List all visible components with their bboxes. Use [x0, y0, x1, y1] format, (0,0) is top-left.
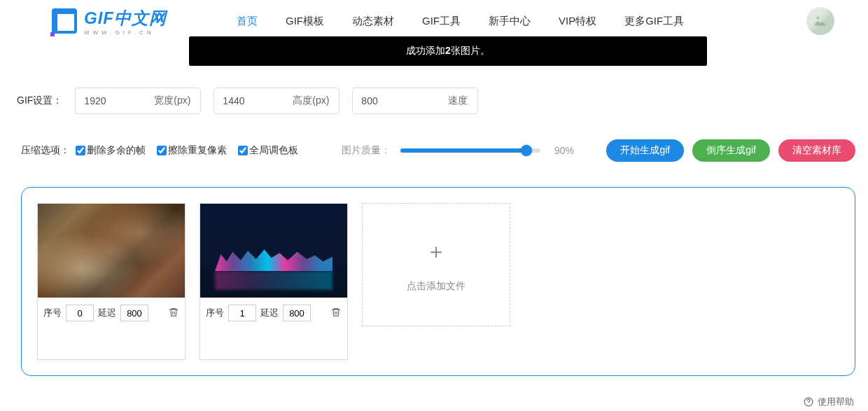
reverse-generate-button[interactable]: 倒序生成gif: [692, 139, 770, 162]
svg-rect-1: [57, 14, 74, 31]
seq-input-1[interactable]: [228, 305, 256, 321]
help-text: 使用帮助: [818, 396, 854, 408]
thumbnail-1: [200, 204, 347, 298]
logo-main-text: GIF中文网: [84, 7, 167, 29]
toast-count: 2: [445, 45, 451, 56]
logo-icon: [49, 6, 80, 36]
toast-prefix: 成功添加: [406, 45, 445, 56]
height-input[interactable]: [223, 95, 272, 106]
nav-home[interactable]: 首页: [237, 15, 258, 28]
svg-rect-3: [50, 32, 55, 36]
nav-vip[interactable]: VIP特权: [559, 15, 596, 28]
nav-materials[interactable]: 动态素材: [352, 15, 394, 28]
logo[interactable]: GIF中文网 WWW.GIF.CN: [49, 6, 167, 36]
nav-tools[interactable]: GIF工具: [422, 15, 461, 28]
seq-input-0[interactable]: [66, 305, 94, 321]
add-file-label: 点击添加文件: [407, 280, 465, 293]
help-link[interactable]: 使用帮助: [804, 396, 854, 408]
seq-label-0: 序号: [43, 307, 62, 319]
delete-icon-1[interactable]: [330, 307, 342, 320]
check-global-palette-box[interactable]: [238, 146, 248, 155]
action-buttons: 开始生成gif 倒序生成gif 清空素材库: [606, 139, 855, 162]
quality-slider[interactable]: [400, 148, 540, 153]
logo-text: GIF中文网 WWW.GIF.CN: [84, 7, 167, 36]
height-input-group: 高度(px): [214, 88, 340, 114]
main-nav: 首页 GIF模板 动态素材 GIF工具 新手中心 VIP特权 更多GIF工具: [237, 15, 684, 28]
slider-thumb[interactable]: [521, 145, 532, 156]
card-controls-1: 序号 延迟: [200, 298, 347, 328]
check-remove-frames[interactable]: 删除多余的帧: [76, 144, 146, 157]
start-generate-button[interactable]: 开始生成gif: [606, 139, 684, 162]
card-controls-0: 序号 延迟: [38, 298, 185, 328]
settings-label: GIF设置：: [17, 95, 62, 107]
quality-value: 90%: [554, 145, 574, 156]
check-global-palette[interactable]: 全局调色板: [238, 144, 298, 157]
options-row: 压缩选项： 删除多余的帧 擦除重复像素 全局调色板 图片质量： 90% 开始生成…: [21, 139, 855, 162]
plus-icon: ＋: [426, 237, 447, 266]
delay-input-1[interactable]: [283, 305, 311, 321]
nav-more[interactable]: 更多GIF工具: [624, 15, 684, 28]
speed-input[interactable]: [361, 95, 410, 106]
slider-fill: [400, 148, 526, 153]
check-erase-dupes[interactable]: 擦除重复像素: [157, 144, 227, 157]
toast-suffix: 张图片。: [451, 45, 490, 56]
svg-point-4: [817, 17, 820, 20]
speed-suffix: 速度: [448, 95, 468, 107]
width-input-group: 宽度(px): [75, 88, 201, 114]
nav-beginner[interactable]: 新手中心: [489, 15, 531, 28]
quality-group: 图片质量： 90%: [342, 144, 574, 157]
success-toast: 成功添加2张图片。: [189, 36, 707, 66]
speed-input-group: 速度: [352, 88, 478, 114]
logo-sub-text: WWW.GIF.CN: [84, 29, 167, 36]
delay-label-1: 延迟: [260, 307, 279, 319]
delay-input-0[interactable]: [120, 305, 148, 321]
material-card-0[interactable]: 序号 延迟: [37, 203, 186, 360]
seq-label-1: 序号: [206, 307, 224, 319]
width-suffix: 宽度(px): [154, 95, 190, 107]
add-file-card[interactable]: ＋ 点击添加文件: [362, 203, 510, 326]
nav-templates[interactable]: GIF模板: [286, 15, 324, 28]
compress-label: 压缩选项：: [21, 144, 70, 157]
help-icon: [804, 397, 813, 407]
header: GIF中文网 WWW.GIF.CN 首页 GIF模板 动态素材 GIF工具 新手…: [0, 0, 868, 42]
delete-icon-0[interactable]: [168, 307, 179, 320]
delay-label-0: 延迟: [98, 307, 116, 319]
compress-checkboxes: 删除多余的帧 擦除重复像素 全局调色板: [76, 144, 298, 157]
check-remove-frames-box[interactable]: [76, 146, 85, 155]
clear-materials-button[interactable]: 清空素材库: [778, 139, 855, 162]
gif-settings-row: GIF设置： 宽度(px) 高度(px) 速度: [17, 88, 868, 114]
user-avatar[interactable]: [806, 7, 834, 35]
material-card-1[interactable]: 序号 延迟: [200, 203, 348, 360]
width-input[interactable]: [84, 95, 133, 106]
thumbnail-0: [38, 204, 185, 298]
height-suffix: 高度(px): [293, 95, 329, 107]
check-erase-dupes-box[interactable]: [157, 146, 167, 155]
materials-container: 序号 延迟 序号 延迟 ＋ 点击添加文件: [21, 187, 855, 376]
quality-label: 图片质量：: [342, 144, 391, 157]
